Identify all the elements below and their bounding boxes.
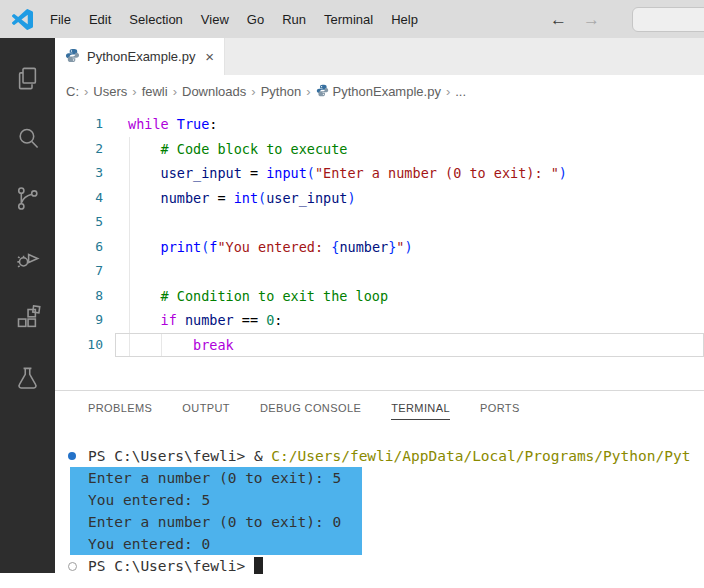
activity-bar xyxy=(0,38,55,573)
line-number[interactable]: 1 xyxy=(55,112,103,137)
nav-controls: ← → xyxy=(550,7,704,32)
code-line-1[interactable]: 1while True: xyxy=(55,112,704,137)
menu-file[interactable]: File xyxy=(41,12,80,27)
breadcrumb-item-downloads[interactable]: Downloads xyxy=(182,84,246,99)
breadcrumb-item-users[interactable]: Users xyxy=(93,84,127,99)
titlebar: FileEditSelectionViewGoRunTerminalHelp ←… xyxy=(0,0,704,38)
editor-area: PythonExample.py × C:›Users›fewli›Downlo… xyxy=(55,38,704,390)
terminal-line[interactable]: You entered: 5 xyxy=(55,489,704,511)
chevron-right-icon: › xyxy=(306,84,310,99)
tab-label: PythonExample.py xyxy=(87,49,195,64)
terminal-line[interactable]: PS C:\Users\fewli> & C:/Users/fewli/AppD… xyxy=(55,445,704,467)
menu-run[interactable]: Run xyxy=(273,12,315,27)
breadcrumb: C:›Users›fewli›Downloads›Python› PythonE… xyxy=(55,75,704,108)
code-line-4[interactable]: 4 number = int(user_input) xyxy=(55,186,704,211)
command-decoration-open-icon xyxy=(68,562,77,571)
bottom-panel: PROBLEMSOUTPUTDEBUG CONSOLETERMINALPORTS… xyxy=(55,390,704,588)
close-icon[interactable]: × xyxy=(205,49,214,64)
vscode-logo-icon xyxy=(12,9,33,30)
code-line-7[interactable]: 7 xyxy=(55,259,704,284)
command-search-box[interactable] xyxy=(632,7,704,32)
code-line-8[interactable]: 8 # Condition to exit the loop xyxy=(55,284,704,309)
chevron-right-icon: › xyxy=(173,84,177,99)
chevron-right-icon: › xyxy=(251,84,255,99)
menu-help[interactable]: Help xyxy=(382,12,427,27)
chevron-right-icon: › xyxy=(132,84,136,99)
line-number[interactable]: 3 xyxy=(55,161,103,186)
command-decoration-filled-icon xyxy=(68,452,76,460)
terminal-line[interactable]: Enter a number (0 to exit): 5 xyxy=(55,467,704,489)
vscode-window: { "colors": { "keyword": "#af00db", "bui… xyxy=(0,0,704,588)
extensions-icon[interactable] xyxy=(0,288,55,348)
line-number[interactable]: 9 xyxy=(55,308,103,333)
code-line-6[interactable]: 6 print(f"You entered: {number}") xyxy=(55,235,704,260)
code-line-10[interactable]: 10 break xyxy=(55,333,704,358)
code-line-3[interactable]: 3 user_input = input("Enter a number (0 … xyxy=(55,161,704,186)
menu-selection[interactable]: Selection xyxy=(120,12,191,27)
python-icon xyxy=(65,48,80,66)
tab-bar: PythonExample.py × xyxy=(55,38,704,75)
back-arrow-icon[interactable]: ← xyxy=(550,11,567,28)
menu-view[interactable]: View xyxy=(192,12,238,27)
code-line-9[interactable]: 9 if number == 0: xyxy=(55,308,704,333)
breadcrumb-item-c-[interactable]: C: xyxy=(66,84,79,99)
chevron-right-icon: › xyxy=(446,84,450,99)
tab-pythonexample[interactable]: PythonExample.py × xyxy=(55,38,225,75)
line-number[interactable]: 7 xyxy=(55,259,103,284)
menu-edit[interactable]: Edit xyxy=(80,12,120,27)
breadcrumb-item-pythonexample-py[interactable]: PythonExample.py xyxy=(316,84,441,100)
breadcrumb-item-fewli[interactable]: fewli xyxy=(142,84,168,99)
testing-icon[interactable] xyxy=(0,348,55,408)
menu-terminal[interactable]: Terminal xyxy=(315,12,382,27)
source-control-icon[interactable] xyxy=(0,168,55,228)
line-number[interactable]: 2 xyxy=(55,137,103,162)
code-line-5[interactable]: 5 xyxy=(55,210,704,235)
terminal-line[interactable]: You entered: 0 xyxy=(55,533,704,555)
run-debug-icon[interactable] xyxy=(0,228,55,288)
forward-arrow-icon[interactable]: → xyxy=(583,11,600,28)
terminal-cursor xyxy=(254,557,263,574)
python-icon xyxy=(316,84,329,100)
code-editor[interactable]: 1while True:2 # Code block to execute3 u… xyxy=(55,108,704,390)
menu-bar: FileEditSelectionViewGoRunTerminalHelp xyxy=(41,12,427,27)
line-number[interactable]: 8 xyxy=(55,284,103,309)
terminal-line[interactable]: PS C:\Users\fewli> xyxy=(55,555,704,577)
breadcrumb-item-python[interactable]: Python xyxy=(261,84,301,99)
search-icon[interactable] xyxy=(0,108,55,168)
line-number[interactable]: 10 xyxy=(55,333,103,358)
code-line-2[interactable]: 2 # Code block to execute xyxy=(55,137,704,162)
line-number[interactable]: 6 xyxy=(55,235,103,260)
line-number[interactable]: 4 xyxy=(55,186,103,211)
line-number[interactable]: 5 xyxy=(55,210,103,235)
menu-go[interactable]: Go xyxy=(238,12,273,27)
breadcrumb-item--[interactable]: ... xyxy=(455,84,466,99)
terminal[interactable]: PS C:\Users\fewli> & C:/Users/fewli/AppD… xyxy=(55,391,704,588)
chevron-right-icon: › xyxy=(84,84,88,99)
terminal-line[interactable]: Enter a number (0 to exit): 0 xyxy=(55,511,704,533)
explorer-icon[interactable] xyxy=(0,48,55,108)
